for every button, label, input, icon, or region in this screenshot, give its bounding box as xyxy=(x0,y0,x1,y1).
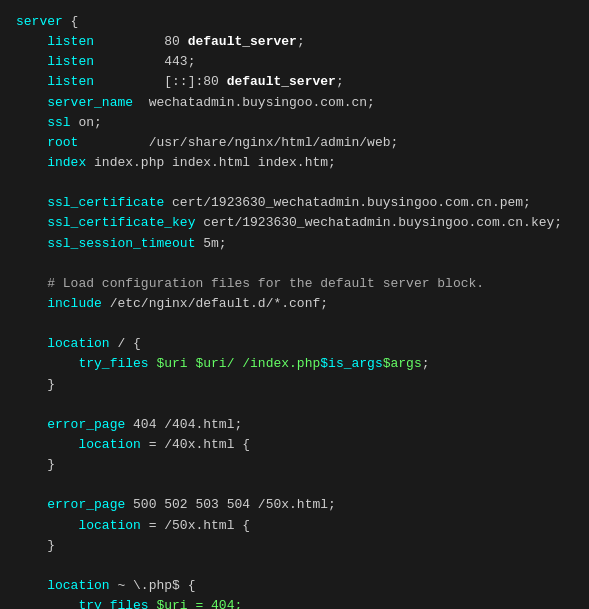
code-token: [::]:80 xyxy=(94,74,227,89)
code-token: index.php index.html index.htm; xyxy=(86,155,336,170)
code-token: ssl_session_timeout xyxy=(47,236,195,251)
code-token: listen xyxy=(47,74,94,89)
code-token: } xyxy=(16,538,55,553)
code-line: listen [::]:80 default_server; xyxy=(16,72,573,92)
code-line: } xyxy=(16,536,573,556)
code-line: ssl_session_timeout 5m; xyxy=(16,234,573,254)
code-token: error_page xyxy=(47,497,125,512)
code-line: error_page 404 /404.html; xyxy=(16,415,573,435)
code-line xyxy=(16,254,573,274)
code-token: $args xyxy=(383,356,422,371)
code-token: ~ \.php$ { xyxy=(110,578,196,593)
code-token xyxy=(16,155,47,170)
code-token: 5m; xyxy=(195,236,226,251)
code-token xyxy=(16,195,47,210)
code-line: try_files $uri $uri/ /index.php$is_args$… xyxy=(16,354,573,374)
code-token xyxy=(16,296,47,311)
code-token: root xyxy=(47,135,78,150)
code-token: location xyxy=(78,518,140,533)
code-token xyxy=(16,598,78,609)
code-token: ssl_certificate xyxy=(47,195,164,210)
code-line: # Load configuration files for the defau… xyxy=(16,274,573,294)
code-token: location xyxy=(47,336,109,351)
code-line: error_page 500 502 503 504 /50x.html; xyxy=(16,495,573,515)
code-token: include xyxy=(47,296,102,311)
code-token: /usr/share/nginx/html/admin/web; xyxy=(78,135,398,150)
code-token xyxy=(16,236,47,251)
code-token: /etc/nginx/default.d/*.conf; xyxy=(102,296,328,311)
code-token: ssl_certificate_key xyxy=(47,215,195,230)
code-token xyxy=(16,54,47,69)
code-token: } xyxy=(16,377,55,392)
code-token xyxy=(16,95,47,110)
code-token: cert/1923630_wechatadmin.buysingoo.com.c… xyxy=(195,215,562,230)
code-token: try_files xyxy=(78,356,148,371)
code-token: cert/1923630_wechatadmin.buysingoo.com.c… xyxy=(164,195,531,210)
code-token: on; xyxy=(71,115,102,130)
code-token: error_page xyxy=(47,417,125,432)
code-editor: server { listen 80 default_server; liste… xyxy=(16,12,573,609)
code-line xyxy=(16,556,573,576)
code-token xyxy=(16,336,47,351)
code-token xyxy=(16,276,47,291)
code-token xyxy=(16,437,78,452)
code-token: 500 502 503 504 /50x.html; xyxy=(125,497,336,512)
code-token: $is_args xyxy=(320,356,382,371)
code-line xyxy=(16,314,573,334)
code-token: 80 xyxy=(94,34,188,49)
code-token: } xyxy=(16,457,55,472)
code-line: server_name wechatadmin.buysingoo.com.cn… xyxy=(16,93,573,113)
code-token: listen xyxy=(47,54,94,69)
code-token: { xyxy=(63,14,79,29)
code-line: server { xyxy=(16,12,573,32)
code-token: default_server xyxy=(227,74,336,89)
code-line: } xyxy=(16,455,573,475)
code-line: location ~ \.php$ { xyxy=(16,576,573,596)
code-line: ssl_certificate cert/1923630_wechatadmin… xyxy=(16,193,573,213)
code-line xyxy=(16,173,573,193)
code-token: = /40x.html { xyxy=(141,437,250,452)
code-token xyxy=(16,135,47,150)
code-line: root /usr/share/nginx/html/admin/web; xyxy=(16,133,573,153)
code-token: ; xyxy=(297,34,305,49)
code-token: # Load configuration files for the defau… xyxy=(47,276,484,291)
code-line: index index.php index.html index.htm; xyxy=(16,153,573,173)
code-line: location = /50x.html { xyxy=(16,516,573,536)
code-token: location xyxy=(47,578,109,593)
code-token: wechatadmin.buysingoo.com.cn; xyxy=(133,95,375,110)
code-line xyxy=(16,475,573,495)
code-line: location = /40x.html { xyxy=(16,435,573,455)
code-token: 404 /404.html; xyxy=(125,417,242,432)
code-token: ; xyxy=(336,74,344,89)
code-line: ssl on; xyxy=(16,113,573,133)
code-line: try_files $uri = 404; xyxy=(16,596,573,609)
code-token xyxy=(16,518,78,533)
code-token: location xyxy=(78,437,140,452)
code-token: $uri = 404; xyxy=(149,598,243,609)
code-token: / { xyxy=(110,336,141,351)
code-line: listen 443; xyxy=(16,52,573,72)
code-token: index xyxy=(47,155,86,170)
code-token: server xyxy=(16,14,63,29)
code-token: ; xyxy=(422,356,430,371)
code-token xyxy=(16,417,47,432)
code-line: } xyxy=(16,375,573,395)
code-line: listen 80 default_server; xyxy=(16,32,573,52)
code-token: ssl xyxy=(47,115,70,130)
code-token xyxy=(16,578,47,593)
code-token xyxy=(16,34,47,49)
code-line: ssl_certificate_key cert/1923630_wechata… xyxy=(16,213,573,233)
code-token: try_files xyxy=(78,598,148,609)
code-line: include /etc/nginx/default.d/*.conf; xyxy=(16,294,573,314)
code-line: location / { xyxy=(16,334,573,354)
code-token: default_server xyxy=(188,34,297,49)
code-token: $uri $uri/ /index.php xyxy=(149,356,321,371)
code-token xyxy=(16,115,47,130)
code-token: = /50x.html { xyxy=(141,518,250,533)
code-token: server_name xyxy=(47,95,133,110)
code-token: 443; xyxy=(94,54,195,69)
code-token xyxy=(16,74,47,89)
code-token: listen xyxy=(47,34,94,49)
code-token xyxy=(16,215,47,230)
code-token xyxy=(16,497,47,512)
